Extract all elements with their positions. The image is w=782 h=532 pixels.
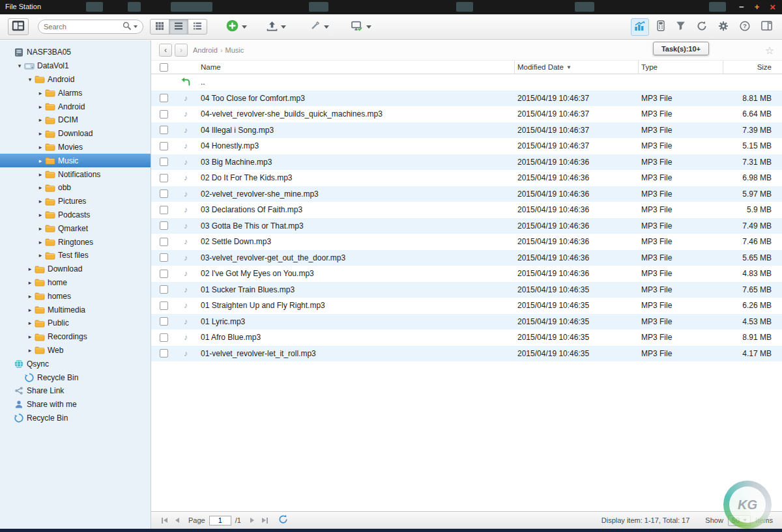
table-row[interactable]: ♪03 Declarations Of Faith.mp32015/04/19 … (151, 202, 782, 218)
create-button[interactable] (223, 17, 250, 36)
expand-arrow-icon[interactable]: ▸ (36, 117, 44, 123)
table-row[interactable]: ♪02 I've Got My Eyes on You.mp32015/04/1… (151, 266, 782, 282)
thumbnail-view-button[interactable] (150, 19, 169, 35)
favorite-star-icon[interactable]: ☆ (765, 44, 774, 57)
sidebar-item-datavol1[interactable]: ▾DataVol1 (0, 59, 151, 73)
table-row[interactable]: ♪02-velvet_revolver-she_mine.mp32015/04/… (151, 186, 782, 203)
sidebar-item-ringtones[interactable]: ▸Ringtones (0, 235, 151, 249)
sidebar-item-recycle-bin[interactable]: Recycle Bin (0, 371, 151, 384)
refresh-list-button[interactable] (278, 514, 288, 526)
row-checkbox[interactable] (160, 253, 168, 262)
upload-button[interactable] (263, 18, 289, 36)
expand-arrow-icon[interactable]: ▸ (36, 158, 44, 164)
sidebar-item-share-with-me[interactable]: Share with me (0, 398, 151, 412)
row-checkbox[interactable] (160, 158, 168, 166)
maximize-button[interactable]: + (755, 1, 760, 14)
detail-view-button[interactable] (188, 19, 207, 35)
expand-arrow-icon[interactable]: ▸ (36, 212, 44, 218)
sidebar-item-recycle-bin[interactable]: Recycle Bin (0, 412, 151, 425)
expand-arrow-icon[interactable]: ▸ (26, 347, 34, 354)
collapse-arrow-icon[interactable]: ▾ (16, 63, 23, 69)
row-checkbox[interactable] (160, 94, 168, 102)
list-view-button[interactable] (169, 19, 188, 35)
collapse-arrow-icon[interactable]: ▾ (26, 76, 34, 83)
expand-arrow-icon[interactable]: ▸ (26, 333, 34, 340)
table-row[interactable]: ♪01 Lyric.mp32015/04/19 10:46:35MP3 File… (151, 314, 782, 330)
sidebar-item-podcasts[interactable]: ▸Podcasts (0, 208, 151, 222)
next-page-button[interactable] (249, 516, 255, 524)
column-header-name[interactable]: Name (195, 61, 515, 74)
sidebar-item-obb[interactable]: ▸obb (0, 181, 151, 195)
expand-arrow-icon[interactable]: ▸ (36, 239, 44, 245)
row-checkbox[interactable] (160, 301, 168, 310)
sidebar-item-notifications[interactable]: ▸Notifications (0, 167, 151, 181)
row-checkbox[interactable] (160, 333, 168, 342)
sidebar-item-nasf3ba05[interactable]: NASF3BA05 (0, 46, 151, 59)
expand-arrow-icon[interactable]: ▸ (36, 225, 44, 232)
sidebar-item-dcim[interactable]: ▸DCIM (0, 113, 151, 127)
column-header-modified[interactable]: Modified Date ▼ (515, 61, 639, 74)
row-checkbox[interactable] (160, 110, 168, 119)
sidebar-item-alarms[interactable]: ▸Alarms (0, 86, 151, 100)
sidebar-item-public[interactable]: ▸Public (0, 316, 151, 330)
sidebar-item-android[interactable]: ▾Android (0, 73, 151, 87)
row-checkbox[interactable] (160, 174, 168, 182)
back-button[interactable]: ‹ (159, 44, 172, 57)
breadcrumb-item[interactable]: Music (225, 46, 244, 54)
table-row[interactable]: ♪01 Straighten Up and Fly Right.mp32015/… (151, 298, 782, 314)
table-row[interactable]: ♪04 Honestly.mp32015/04/19 10:46:37MP3 F… (151, 138, 782, 154)
row-checkbox[interactable] (160, 270, 168, 278)
tools-button[interactable] (306, 18, 332, 36)
table-row[interactable]: ♪04-velvet_revolver-she_builds_quick_mac… (151, 106, 782, 122)
task-count-badge[interactable]: Task(s):10+ (653, 42, 709, 55)
table-row[interactable]: ♪03-velvet_revolver-get_out_the_door.mp3… (151, 250, 782, 266)
row-checkbox[interactable] (160, 189, 168, 198)
table-row[interactable]: ♪02 Do It For The Kids.mp32015/04/19 10:… (151, 170, 782, 186)
table-row[interactable]: ♪03 Gotta Be This or That.mp32015/04/19 … (151, 218, 782, 234)
prev-page-button[interactable] (174, 516, 181, 524)
refresh-button[interactable] (693, 18, 710, 36)
page-input[interactable] (209, 516, 231, 525)
expand-arrow-icon[interactable]: ▸ (36, 90, 44, 96)
expand-arrow-icon[interactable]: ▸ (36, 171, 44, 178)
row-checkbox[interactable] (160, 221, 168, 230)
row-checkbox[interactable] (160, 238, 168, 246)
expand-arrow-icon[interactable]: ▸ (36, 104, 44, 110)
table-row[interactable]: ♪01 Afro Blue.mp32015/04/19 10:46:35MP3 … (151, 329, 782, 346)
table-row[interactable]: ♪03 Big Machine.mp32015/04/19 10:46:36MP… (151, 154, 782, 171)
sidebar-item-web[interactable]: ▸Web (0, 344, 151, 357)
filter-button[interactable] (673, 18, 689, 35)
sidebar-item-music[interactable]: ▸Music (0, 154, 151, 167)
sidebar-item-pictures[interactable]: ▸Pictures (0, 195, 151, 208)
column-header-type[interactable]: Type (639, 61, 723, 74)
overview-toggle-button[interactable] (8, 18, 29, 35)
sidebar-item-multimedia[interactable]: ▸Multimedia (0, 303, 151, 316)
minimize-button[interactable]: − (739, 1, 744, 14)
expand-arrow-icon[interactable]: ▸ (26, 293, 34, 300)
row-checkbox[interactable] (160, 126, 168, 134)
breadcrumb-item[interactable]: Android (193, 46, 218, 54)
remote-mount-button[interactable] (348, 18, 375, 36)
table-row[interactable]: ♪04 Illegal i Song.mp32015/04/19 10:46:3… (151, 122, 782, 139)
expand-arrow-icon[interactable]: ▸ (36, 198, 44, 204)
table-row[interactable]: ♪04 Too Close for Comfort.mp32015/04/19 … (151, 91, 782, 107)
row-checkbox[interactable] (160, 206, 168, 214)
background-tasks-button[interactable] (631, 18, 649, 36)
forward-button[interactable]: › (175, 44, 188, 57)
sidebar-item-movies[interactable]: ▸Movies (0, 141, 151, 154)
sidebar-item-homes[interactable]: ▸homes (0, 289, 151, 303)
row-checkbox[interactable] (160, 317, 168, 326)
expand-arrow-icon[interactable]: ▸ (26, 266, 34, 272)
expand-arrow-icon[interactable]: ▸ (36, 130, 44, 137)
remote-control-button[interactable] (654, 18, 668, 36)
row-checkbox[interactable] (160, 349, 168, 357)
sidebar-item-recordings[interactable]: ▸Recordings (0, 330, 151, 344)
row-checkbox[interactable] (160, 142, 168, 150)
column-header-size[interactable]: Size (723, 63, 782, 71)
table-row[interactable]: ♪01-velvet_revolver-let_it_roll.mp32015/… (151, 346, 782, 362)
help-button[interactable]: ? (736, 18, 753, 36)
search-icon[interactable] (123, 21, 131, 33)
expand-arrow-icon[interactable]: ▸ (36, 144, 44, 150)
select-all-checkbox[interactable] (160, 63, 168, 72)
sidebar-item-android[interactable]: ▸Android (0, 100, 151, 113)
